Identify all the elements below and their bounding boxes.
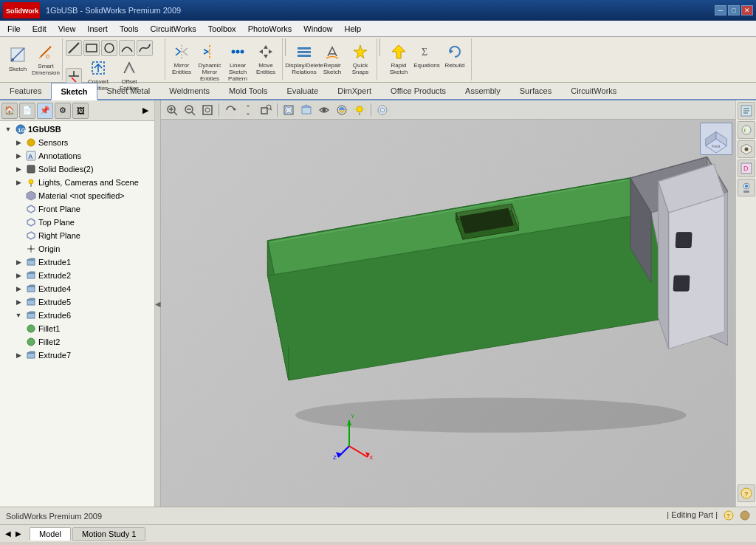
tree-expand-extrude6[interactable]: ▼ [13,310,24,321]
tree-item-extrude4[interactable]: ▶ Extrude4 [0,282,154,295]
zoom-out-button[interactable] [182,103,198,117]
status-help-icon[interactable]: ? [724,510,734,522]
rp-dimxpert-manager[interactable]: D [738,160,755,177]
trim-entities-button[interactable] [66,68,82,84]
tree-expand-extrude2[interactable]: ▶ [13,270,24,281]
tree-expand-lights[interactable]: ▶ [13,177,24,188]
panel-collapse-handle[interactable]: ◀ [155,100,161,507]
quick-snaps-button[interactable]: QuickSnaps [347,41,374,78]
panel-home-button[interactable]: 🏠 [1,103,18,119]
tree-expand-solid-bodies[interactable]: ▶ [13,164,24,174]
tree-item-extrude1[interactable]: ▶ Extrude1 [0,256,154,269]
tree-item-fillet2[interactable]: Fillet2 [0,335,154,349]
tree-item-extrude2[interactable]: ▶ Extrude2 [0,269,154,282]
tab-office-products[interactable]: Office Products [381,82,456,100]
tab-sketch[interactable]: Sketch [51,83,97,100]
viewport[interactable]: Z X Y Front [161,100,735,507]
svg-point-4 [11,58,14,61]
tree-expand-extrude1[interactable]: ▶ [13,257,24,267]
linear-sketch-pattern-button[interactable]: Linear SketchPattern [224,41,251,84]
rp-property-manager[interactable]: i [738,121,755,139]
tab-weldments[interactable]: Weldments [159,82,219,100]
tree-expand-root[interactable]: ▼ [3,124,13,134]
tree-expand-extrude4[interactable]: ▶ [13,284,24,294]
minimize-button[interactable]: ─ [715,5,726,16]
bottom-nav-next[interactable]: ▶ [13,529,24,539]
mirror-entities-button[interactable]: MirrorEntities [168,41,195,78]
tab-features[interactable]: Features [0,82,51,100]
rebuild-button[interactable]: Rebuild [441,41,468,71]
rapid-sketch-button[interactable]: RapidSketch [385,41,412,78]
tree-item-right-plane[interactable]: Right Plane [0,229,154,242]
tree-item-front-plane[interactable]: Front Plane [0,202,154,216]
tab-sheet-metal[interactable]: Sheet Metal [97,82,160,100]
tree-item-extrude5[interactable]: ▶ Extrude5 [0,295,154,309]
svg-marker-55 [27,298,35,300]
tab-mold-tools[interactable]: Mold Tools [219,82,277,100]
menu-window[interactable]: Window [298,23,338,35]
panel-pin-button[interactable]: 📌 [37,103,53,119]
arc-tool-button[interactable] [119,40,135,56]
dynamic-mirror-button[interactable]: Dynamic MirrorEntities [196,41,223,84]
repair-sketch-button[interactable]: RepairSketch [319,41,346,78]
tab-evaluate[interactable]: Evaluate [277,82,328,100]
tree-item-fillet1[interactable]: Fillet1 [0,322,154,335]
bottom-nav-prev[interactable]: ◀ [3,529,13,539]
spline-tool-button[interactable] [137,40,153,56]
move-entities-button[interactable]: MoveEntities [252,41,279,78]
rectangle-tool-button[interactable] [83,40,100,56]
panel-display-button[interactable]: 🖼 [72,103,89,119]
rp-feature-manager[interactable] [738,102,755,120]
bottom-tab-model[interactable]: Model [30,527,71,541]
tree-expand-annotations[interactable]: ▶ [13,151,24,161]
rp-help-button[interactable]: ? [738,484,755,502]
display-delete-relations-button[interactable]: Display/DeleteRelations [291,41,317,78]
smart-dimension-button[interactable]: D SmartDimension [32,41,59,78]
equations-icon: Σ [419,44,435,61]
tree-item-material[interactable]: Material <not specified> [0,189,154,202]
menu-help[interactable]: Help [338,23,367,35]
line-tool-button[interactable] [66,40,82,56]
svg-text:SolidWorks: SolidWorks [6,7,38,15]
sketch-button[interactable]: Sketch [4,44,31,75]
panel-doc-button[interactable]: 📄 [19,103,35,119]
tree-item-extrude6[interactable]: ▼ Extrude6 [0,309,154,322]
tab-dimxpert[interactable]: DimXpert [328,82,381,100]
tab-assembly[interactable]: Assembly [456,82,510,100]
equations-button[interactable]: Σ Equations [413,41,440,71]
tree-item-annotations[interactable]: ▶ A Annotations [0,149,154,162]
tree-item-origin[interactable]: Origin [0,242,154,256]
menu-view[interactable]: View [52,23,82,35]
menu-tools[interactable]: Tools [114,23,145,35]
panel-config-button[interactable]: ⚙ [55,103,71,119]
maximize-button[interactable]: □ [728,5,740,16]
rp-config-manager[interactable] [738,140,755,158]
tree-item-solid-bodies[interactable]: ▶ Solid Bodies(2) [0,162,154,176]
menu-insert[interactable]: Insert [81,23,114,35]
tab-surfaces[interactable]: Surfaces [510,82,561,100]
menu-circuitworks[interactable]: CircuitWorks [145,23,202,35]
menu-photoworks[interactable]: PhotoWorks [242,23,298,35]
circle-tool-button[interactable] [101,40,117,56]
bottom-tab-motion-study[interactable]: Motion Study 1 [72,527,145,541]
tree-expand-sensors[interactable]: ▶ [13,137,24,148]
panel-expand-arrow[interactable]: ▶ [138,103,153,118]
tree-icon-solid-bodies [25,163,37,175]
tree-item-top-plane[interactable]: Top Plane [0,216,154,229]
view-cube-button[interactable]: Front [700,123,732,155]
menu-edit[interactable]: Edit [27,23,52,35]
tree-item-sensors[interactable]: ▶ Sensors [0,136,154,149]
zoom-in-button[interactable] [164,103,180,117]
quick-snaps-label: QuickSnaps [352,62,369,75]
tree-item-extrude7[interactable]: ▶ Extrude7 [0,349,154,362]
tree-root[interactable]: ▼ 1G 1GbUSB [0,123,154,136]
tree-expand-extrude7[interactable]: ▶ [13,350,24,360]
menu-toolbox[interactable]: Toolbox [202,23,242,35]
status-left-text: SolidWorks Premium 2009 [6,512,667,521]
rp-display-manager[interactable] [738,179,755,196]
menu-file[interactable]: File [1,23,27,35]
close-button[interactable]: ✕ [741,5,753,16]
tree-expand-extrude5[interactable]: ▶ [13,297,24,307]
tab-circuitworks[interactable]: CircuitWorks [561,82,626,100]
tree-item-lights[interactable]: ▶ Lights, Cameras and Scene [0,176,154,189]
